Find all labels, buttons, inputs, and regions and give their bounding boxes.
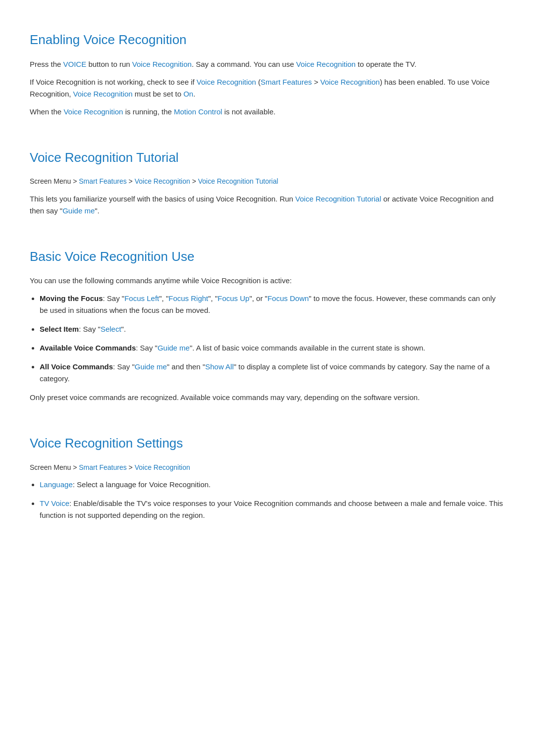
section-basic-use: Basic Voice Recognition Use You can use … bbox=[30, 237, 505, 404]
voice-recognition-link-1[interactable]: Voice Recognition bbox=[132, 60, 192, 68]
available-commands-label: Available Voice Commands bbox=[40, 344, 136, 352]
tv-voice-link[interactable]: TV Voice bbox=[40, 499, 69, 507]
guide-me-link-3[interactable]: Guide me bbox=[135, 362, 167, 371]
motion-control-link[interactable]: Motion Control bbox=[174, 107, 222, 116]
focus-down-link[interactable]: Focus Down bbox=[268, 294, 309, 302]
tutorial-paragraph: This lets you familiarize yourself with … bbox=[30, 193, 505, 217]
section-title-settings: Voice Recognition Settings bbox=[30, 433, 505, 454]
show-all-link[interactable]: Show All bbox=[205, 362, 234, 371]
settings-list: Language: Select a language for Voice Re… bbox=[40, 479, 505, 521]
breadcrumb-tutorial: Screen Menu > Smart Features > Voice Rec… bbox=[30, 176, 505, 187]
vr-tutorial-run-link[interactable]: Voice Recognition Tutorial bbox=[295, 195, 381, 203]
language-link[interactable]: Language bbox=[40, 480, 73, 489]
smart-features-link-1[interactable]: Smart Features bbox=[261, 78, 312, 86]
basic-use-list: Moving the Focus: Say "Focus Left", "Foc… bbox=[40, 293, 505, 385]
select-link[interactable]: Select bbox=[101, 325, 121, 333]
on-link[interactable]: On bbox=[183, 90, 193, 98]
list-item-language: Language: Select a language for Voice Re… bbox=[40, 479, 505, 491]
guide-me-link-1[interactable]: Guide me bbox=[62, 206, 95, 215]
list-item-tv-voice: TV Voice: Enable/disable the TV's voice … bbox=[40, 498, 505, 521]
voice-recognition-link-4[interactable]: Voice Recognition bbox=[321, 78, 380, 86]
smart-features-link-3[interactable]: Smart Features bbox=[79, 463, 126, 471]
smart-features-link-2[interactable]: Smart Features bbox=[79, 177, 126, 185]
voice-recognition-link-6[interactable]: Voice Recognition bbox=[63, 107, 123, 116]
basic-use-intro: You can use the following commands anyti… bbox=[30, 275, 505, 287]
paragraph-3: When the Voice Recognition is running, t… bbox=[30, 106, 505, 118]
all-commands-label: All Voice Commands bbox=[40, 362, 113, 371]
voice-recognition-tutorial-link[interactable]: Voice Recognition Tutorial bbox=[198, 177, 278, 185]
list-item-all-commands: All Voice Commands: Say "Guide me" and t… bbox=[40, 361, 505, 385]
section-title-tutorial: Voice Recognition Tutorial bbox=[30, 148, 505, 168]
moving-focus-label: Moving the Focus bbox=[40, 294, 103, 302]
voice-recognition-link-3[interactable]: Voice Recognition bbox=[197, 78, 256, 86]
paragraph-1: Press the VOICE button to run Voice Reco… bbox=[30, 58, 505, 70]
section-vr-settings: Voice Recognition Settings Screen Menu >… bbox=[30, 423, 505, 521]
paragraph-2: If Voice Recognition is not working, che… bbox=[30, 76, 505, 100]
focus-right-link[interactable]: Focus Right bbox=[168, 294, 208, 302]
breadcrumb-settings: Screen Menu > Smart Features > Voice Rec… bbox=[30, 462, 505, 473]
guide-me-link-2[interactable]: Guide me bbox=[158, 344, 190, 352]
section-enabling-voice-recognition: Enabling Voice Recognition Press the VOI… bbox=[30, 20, 505, 118]
section-title-enabling: Enabling Voice Recognition bbox=[30, 30, 505, 50]
list-item-select: Select Item: Say "Select". bbox=[40, 323, 505, 335]
section-voice-recognition-tutorial: Voice Recognition Tutorial Screen Menu >… bbox=[30, 138, 505, 217]
basic-use-footer: Only preset voice commands are recognize… bbox=[30, 392, 505, 403]
voice-recognition-link-5[interactable]: Voice Recognition bbox=[73, 90, 133, 98]
list-item-available-commands: Available Voice Commands: Say "Guide me"… bbox=[40, 342, 505, 354]
voice-recognition-link-8[interactable]: Voice Recognition bbox=[135, 463, 190, 471]
voice-link[interactable]: VOICE bbox=[63, 60, 87, 68]
list-item-moving-focus: Moving the Focus: Say "Focus Left", "Foc… bbox=[40, 293, 505, 316]
select-item-label: Select Item bbox=[40, 325, 79, 333]
voice-recognition-link-7[interactable]: Voice Recognition bbox=[135, 177, 190, 185]
focus-left-link[interactable]: Focus Left bbox=[124, 294, 159, 302]
focus-up-link[interactable]: Focus Up bbox=[217, 294, 249, 302]
voice-recognition-link-2[interactable]: Voice Recognition bbox=[296, 60, 356, 68]
section-title-basic-use: Basic Voice Recognition Use bbox=[30, 247, 505, 267]
